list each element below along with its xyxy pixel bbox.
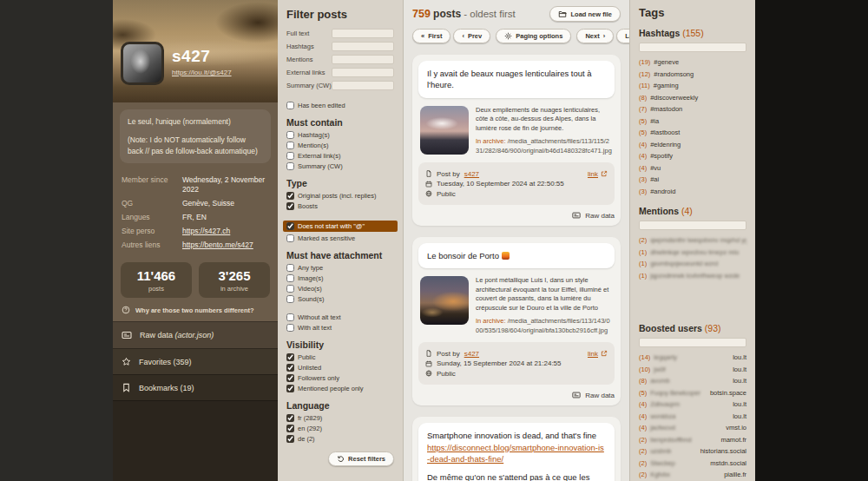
hashtag-item[interactable]: (4) #eldenring (639, 139, 746, 151)
filter-checkbox[interactable] (286, 152, 294, 160)
boosted-user-item[interactable]: (10) jw0f lou.lt (639, 364, 746, 376)
paging-options-button[interactable]: Paging options (496, 29, 571, 43)
mention-item[interactable]: (2) qwpmdsnthr lweqobxnv mqzhd ygkrs (639, 234, 746, 247)
mention-item[interactable]: (1) jqpzxdmrwk lcvbnfhweop wzde (639, 270, 746, 282)
attachment-thumbnail-clouds[interactable] (420, 106, 469, 155)
next-page-button[interactable]: Next › (576, 29, 614, 43)
post-author-link[interactable]: s427 (464, 170, 479, 178)
filter-checkbox-row[interactable]: Followers only (286, 374, 394, 382)
hashtag-item[interactable]: (3) #android (639, 186, 746, 198)
filter-checkbox[interactable] (286, 222, 294, 230)
filter-checkbox-row[interactable]: Without alt text (286, 313, 394, 321)
filter-checkbox[interactable] (286, 274, 294, 282)
boosted-user-item[interactable]: (2) Stwcbep mstdn.social (639, 458, 746, 470)
filter-checkbox[interactable] (286, 142, 294, 149)
filter-checkbox[interactable] (286, 192, 294, 200)
filter-checkbox[interactable] (286, 313, 294, 321)
filter-checkbox-row[interactable]: Has been edited (286, 102, 394, 109)
filter-checkbox-row[interactable]: Unlisted (286, 364, 394, 372)
post-raw-data-button[interactable]: Raw data (418, 391, 615, 399)
filter-checkbox-row[interactable]: Any type (286, 264, 394, 272)
boosted-user-item[interactable]: (2) Kgfvbx piaille.fr (639, 469, 746, 481)
filter-checkbox-row[interactable]: Boosts (286, 202, 394, 210)
stats-explanation-link[interactable]: Why are those two numbers different? (122, 306, 269, 314)
autres-liens-link[interactable]: https://bento.me/s427 (182, 240, 253, 250)
hashtag-item[interactable]: (5) #lastboost (639, 127, 746, 139)
filter-checkbox-row[interactable]: fr (2829) (286, 414, 394, 422)
hashtag-item[interactable]: (5) #ia (639, 115, 746, 128)
prev-page-button[interactable]: ‹ Prev (453, 29, 490, 43)
boosted-user-item[interactable]: (2) uzsbnb historians.social (639, 445, 746, 458)
filter-checkbox[interactable] (286, 264, 294, 272)
filter-text-input[interactable] (332, 29, 394, 38)
post-author-link[interactable]: s427 (464, 350, 479, 358)
filter-checkbox-row[interactable]: Mentioned people only (286, 385, 394, 392)
hashtags-search-input[interactable] (639, 43, 746, 52)
reset-filters-button[interactable]: Reset filters (328, 451, 394, 466)
hashtag-item[interactable]: (12) #randomsong (639, 69, 746, 81)
boosted-user-item[interactable]: (2) benprdsvffbnd mamot.fr (639, 434, 746, 446)
first-page-button[interactable]: « First (412, 29, 450, 43)
filter-checkbox[interactable] (286, 414, 294, 422)
mention-item[interactable]: (1) dhwlmkqe wpvcbxu trnepz mlo (639, 247, 746, 259)
filter-checkbox-row[interactable]: Public (286, 353, 394, 361)
filter-checkbox[interactable] (286, 162, 294, 170)
filter-checkbox[interactable] (286, 234, 294, 242)
filter-text-input[interactable] (332, 81, 394, 90)
hashtag-item[interactable]: (4) #vu (639, 162, 746, 175)
hashtag-item[interactable]: (3) #ai (639, 174, 746, 186)
filter-checkbox[interactable] (286, 324, 294, 332)
filter-checkbox[interactable] (286, 385, 294, 392)
hashtag-item[interactable]: (8) #discoverweekly (639, 92, 746, 104)
filter-checkbox[interactable] (286, 435, 294, 443)
last-page-button[interactable]: Last » (616, 29, 629, 43)
boosted-user-item[interactable]: (5) Fuqoy Bewlcoper botsin.space (639, 387, 746, 399)
hashtag-item[interactable]: (19) #geneve (639, 56, 746, 69)
filter-checkbox[interactable] (286, 425, 294, 432)
filter-text-input[interactable] (332, 42, 394, 51)
site-perso-link[interactable]: https://s427.ch (182, 227, 230, 236)
filter-checkbox-row[interactable]: Mention(s) (286, 142, 394, 149)
post-permalink[interactable]: link (588, 170, 608, 178)
filter-checkbox[interactable] (286, 374, 294, 382)
filter-checkbox-row[interactable]: With alt text (286, 324, 394, 332)
filter-checkbox[interactable] (286, 102, 294, 109)
filter-checkbox-row[interactable]: External link(s) (286, 152, 394, 160)
filter-checkbox-row[interactable]: Summary (CW) (286, 162, 394, 170)
sidebar-item-raw-data[interactable]: Raw data (actor.json) (113, 321, 278, 348)
mention-item[interactable]: (1) gsvmbqxjwoeuntd wzrd (639, 258, 746, 270)
hashtag-item[interactable]: (11) #gaming (639, 80, 746, 92)
boosted-user-item[interactable]: (4) Zdbvaqrm lou.lt (639, 399, 746, 411)
filter-text-input[interactable] (332, 68, 394, 77)
post-permalink[interactable]: link (588, 350, 608, 358)
filter-checkbox-row[interactable]: Does not start with "@" (283, 221, 398, 232)
filter-checkbox[interactable] (286, 285, 294, 293)
filter-checkbox-row[interactable]: Hashtag(s) (286, 131, 394, 139)
load-new-file-button[interactable]: Load new file (549, 6, 621, 22)
sidebar-item-bookmarks[interactable]: Bookmarks (19) (113, 374, 278, 400)
sidebar-item-favorites[interactable]: Favorites (359) (113, 348, 278, 374)
filter-checkbox-row[interactable]: Image(s) (286, 274, 394, 282)
filter-checkbox-row[interactable]: Video(s) (286, 285, 394, 293)
boosted-user-item[interactable]: (8) avomb lou.lt (639, 375, 746, 387)
hashtag-item[interactable]: (4) #spotify (639, 150, 746, 162)
boosted-user-item[interactable]: (4) wvnkbza lou.lt (639, 411, 746, 423)
boosted-user-item[interactable]: (4) jacfwcvd vmst.io (639, 422, 746, 434)
filter-checkbox-row[interactable]: Original posts (incl. replies) (286, 192, 394, 200)
filter-text-input[interactable] (332, 55, 394, 64)
filter-checkbox[interactable] (286, 295, 294, 303)
filter-checkbox[interactable] (286, 353, 294, 361)
boosted-users-search-input[interactable] (639, 338, 746, 347)
filter-checkbox[interactable] (286, 364, 294, 372)
post-external-link[interactable]: https://disconnect.blog/smartphone-innov… (427, 443, 604, 464)
profile-url-link[interactable]: https://lou.lt/@s427 (172, 69, 232, 76)
hashtag-item[interactable]: (7) #mastodon (639, 103, 746, 115)
filter-checkbox-row[interactable]: Sound(s) (286, 295, 394, 303)
filter-checkbox-row[interactable]: en (292) (286, 425, 394, 432)
filter-checkbox[interactable] (286, 202, 294, 210)
boosted-user-item[interactable]: (14) legqarty lou.lt (639, 352, 746, 364)
filter-checkbox-row[interactable]: de (2) (286, 435, 394, 443)
attachment-thumbnail-porto[interactable] (420, 276, 469, 325)
filter-checkbox-row[interactable]: Marked as sensitive (286, 234, 394, 242)
post-raw-data-button[interactable]: Raw data (418, 211, 615, 220)
